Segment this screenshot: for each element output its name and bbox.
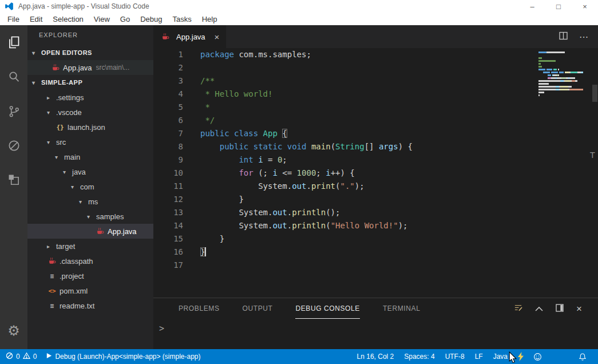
tree-item-label: pom.xml [60, 287, 88, 295]
editor-area: App.java × ⋯ 1package com.ms.samples;23/… [153, 25, 598, 349]
menu-go[interactable]: Go [115, 15, 135, 23]
tree-item-vscode[interactable]: ▾.vscode [27, 105, 153, 120]
notifications-bell-icon[interactable] [574, 353, 591, 361]
line-number: 15 [153, 232, 183, 246]
split-editor-icon[interactable] [559, 31, 568, 42]
line-number: 16 [153, 246, 183, 259]
tree-item-project[interactable]: ≡.project [27, 268, 153, 283]
console-prompt[interactable]: > [159, 323, 164, 334]
tree-item-classpath[interactable]: .classpath [27, 254, 153, 268]
tree-item-label: target [56, 242, 75, 251]
line-number: 13 [153, 206, 183, 219]
twisty-expanded-icon: ▾ [32, 80, 41, 86]
open-editor-item[interactable]: App.java src\main\... [27, 60, 153, 75]
menu-file[interactable]: File [2, 15, 25, 23]
open-editors-header[interactable]: ▾ OPEN EDITORS [27, 45, 153, 60]
file-tree: ▸.settings▾.vscode{}launch.json▾src▾main… [27, 90, 153, 313]
menu-selection[interactable]: Selection [47, 15, 88, 23]
minimap[interactable] [538, 52, 583, 100]
tree-item-label: .vscode [56, 108, 82, 117]
tree-item-main[interactable]: ▾main [27, 149, 153, 164]
twisty-expanded-icon: ▾ [47, 139, 56, 145]
tree-item-pom-xml[interactable]: <>pom.xml [27, 283, 153, 298]
java-file-icon [160, 33, 171, 41]
errors-icon [6, 352, 13, 361]
lightning-icon[interactable] [513, 352, 529, 361]
status-indentation[interactable]: Spaces: 4 [399, 353, 439, 361]
tree-item-label: ms [88, 197, 98, 206]
menu-debug[interactable]: Debug [135, 15, 167, 23]
activity-settings-gear-icon[interactable]: ⚙ [0, 317, 27, 345]
close-panel-icon[interactable]: × [576, 304, 582, 314]
debug-config-label: Debug (Launch)-App<simple-app> (simple-a… [55, 353, 200, 361]
tree-item-com[interactable]: ▾com [27, 179, 153, 194]
debug-launch-status[interactable]: Debug (Launch)-App<simple-app> (simple-a… [46, 353, 200, 361]
menu-tasks[interactable]: Tasks [167, 15, 196, 23]
open-editor-label: App.java [63, 64, 92, 72]
close-tab-icon[interactable]: × [215, 33, 220, 41]
tab-label: App.java [176, 33, 205, 41]
more-actions-icon[interactable]: ⋯ [579, 31, 589, 42]
problems-status[interactable]: 0 0 [6, 352, 37, 361]
tree-item-target[interactable]: ▸target [27, 239, 153, 254]
tree-item-ms[interactable]: ▾ms [27, 194, 153, 209]
code-line-4: 4 * Hello world! [153, 88, 598, 101]
status-language-mode[interactable]: Java [488, 353, 513, 361]
twisty-expanded-icon: ▾ [55, 154, 64, 160]
tree-item-settings[interactable]: ▸.settings [27, 90, 153, 105]
tree-item-readme-txt[interactable]: ≡readme.txt [27, 298, 153, 313]
close-window-button[interactable]: × [572, 0, 598, 13]
panel-tab-debug-console[interactable]: DEBUG CONSOLE [295, 298, 360, 319]
panel-tab-terminal[interactable]: TERMINAL [383, 298, 420, 319]
line-number: 3 [153, 74, 183, 88]
restore-panel-icon[interactable] [556, 304, 564, 314]
activity-explorer-icon[interactable] [0, 25, 27, 60]
panel-tab-output[interactable]: OUTPUT [243, 298, 273, 319]
menu-edit[interactable]: Edit [25, 15, 47, 23]
twisty-collapsed-icon: ▸ [47, 243, 56, 250]
scrollbar-thumb[interactable] [592, 85, 597, 102]
clear-console-icon[interactable] [514, 303, 522, 314]
minimize-button[interactable]: – [519, 0, 545, 13]
debug-console[interactable]: > [153, 319, 598, 349]
feedback-smiley-icon[interactable] [529, 353, 546, 361]
tree-item-label: launch.json [68, 123, 105, 132]
maximize-button[interactable]: □ [545, 0, 572, 13]
xml-file-icon: <> [47, 287, 57, 295]
text-cursor [205, 247, 206, 256]
title-bar: App.java - simple-app - Visual Studio Co… [0, 0, 598, 13]
menu-help[interactable]: Help [197, 15, 223, 23]
code-editor[interactable]: 1package com.ms.samples;23/**4 * Hello w… [153, 48, 598, 298]
status-cursor-position[interactable]: Ln 16, Col 2 [352, 353, 399, 361]
maximize-panel-icon[interactable] [535, 304, 543, 313]
tree-item-samples[interactable]: ▾samples [27, 209, 153, 224]
menu-view[interactable]: View [89, 15, 115, 23]
tree-item-java[interactable]: ▾java [27, 164, 153, 179]
code-line-12: 12 } [153, 193, 598, 206]
status-eol[interactable]: LF [470, 353, 488, 361]
tree-item-label: samples [96, 212, 124, 221]
status-bar-left: 0 0 Debug (Launch)-App<simple-app> (simp… [0, 352, 201, 361]
tree-item-src[interactable]: ▾src [27, 134, 153, 149]
code-line-16: 16} [153, 246, 598, 259]
status-encoding[interactable]: UTF-8 [440, 353, 470, 361]
code-line-13: 13 System.out.println(); [153, 206, 598, 219]
tree-item-app-java[interactable]: App.java [27, 224, 153, 239]
code-line-1: 1package com.ms.samples; [153, 48, 598, 61]
open-editors-label: OPEN EDITORS [41, 49, 92, 56]
tree-item-label: main [64, 153, 80, 161]
twisty-expanded-icon: ▾ [32, 50, 41, 56]
activity-search-icon[interactable] [0, 60, 27, 94]
line-number: 4 [153, 88, 183, 101]
panel-tab-problems[interactable]: PROBLEMS [179, 298, 220, 319]
tree-item-launch-json[interactable]: {}launch.json [27, 120, 153, 134]
project-section-header[interactable]: ▾ SIMPLE-APP [27, 75, 153, 90]
sidebar-title: EXPLORER [27, 25, 153, 45]
tree-item-label: src [56, 138, 66, 147]
code-line-17: 17 [153, 259, 598, 272]
activity-source-control-icon[interactable] [0, 94, 27, 128]
tab-app-java[interactable]: App.java × [153, 25, 226, 48]
activity-extensions-icon[interactable] [0, 163, 27, 197]
activity-debug-icon[interactable] [0, 128, 27, 163]
line-number: 9 [153, 153, 183, 167]
